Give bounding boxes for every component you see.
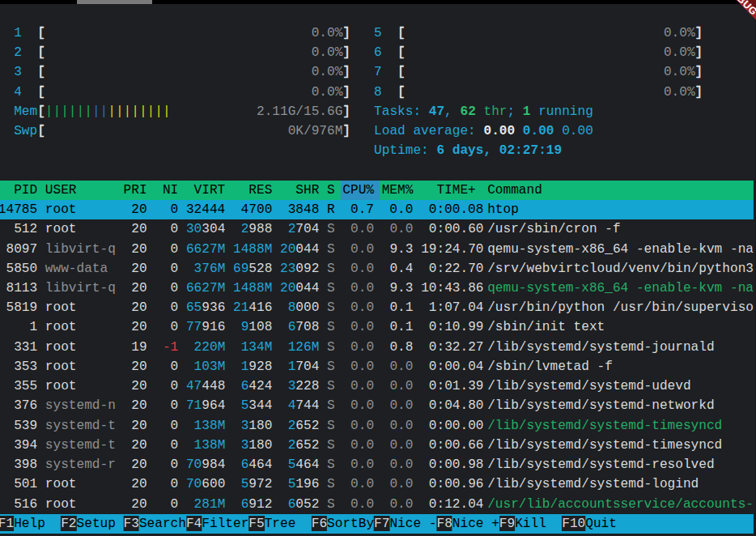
svg-text:DEBUG: DEBUG [724,0,756,18]
